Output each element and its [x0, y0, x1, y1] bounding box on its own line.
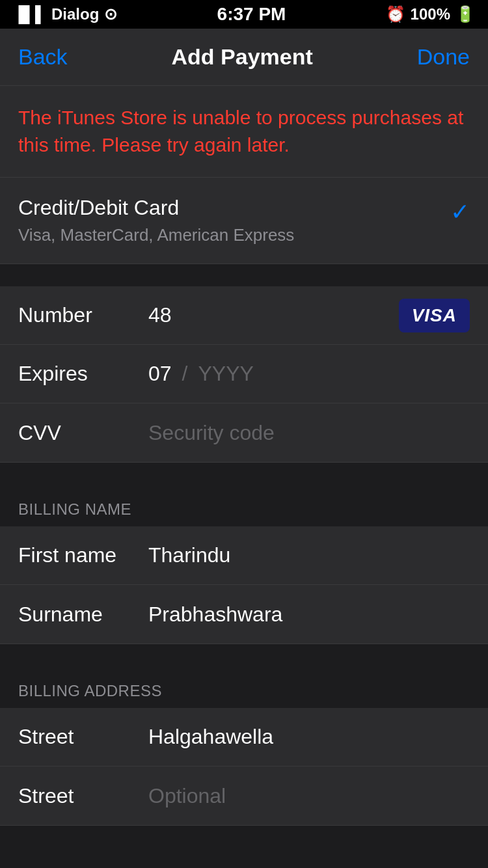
- card-form-section: Number 48 VISA Expires 07 / YYYY CVV Sec…: [0, 286, 488, 463]
- billing-name-section: First name Tharindu Surname Prabhashwara: [0, 526, 488, 644]
- street-row[interactable]: Street Halgahawella: [0, 708, 488, 766]
- done-button[interactable]: Done: [417, 44, 470, 70]
- billing-name-title: BILLING NAME: [18, 500, 131, 518]
- payment-method-subtitle: Visa, MasterCard, American Express: [18, 225, 294, 245]
- street2-label: Street: [18, 784, 148, 808]
- street-value[interactable]: Halgahawella: [148, 725, 470, 749]
- section-divider-2: [0, 463, 488, 485]
- section-divider-3: [0, 644, 488, 666]
- alarm-icon: ⏰: [386, 5, 405, 23]
- payment-method-row[interactable]: Credit/Debit Card Visa, MasterCard, Amer…: [0, 178, 488, 264]
- expires-label: Expires: [18, 362, 148, 386]
- number-value[interactable]: 48: [148, 303, 399, 327]
- expires-year[interactable]: YYYY: [198, 362, 253, 386]
- back-button[interactable]: Back: [18, 44, 68, 70]
- expires-month[interactable]: 07: [148, 362, 172, 386]
- surname-value[interactable]: Prabhashwara: [148, 603, 470, 627]
- nav-bar: Back Add Payment Done: [0, 29, 488, 86]
- first-name-row[interactable]: First name Tharindu: [0, 526, 488, 585]
- payment-method-info: Credit/Debit Card Visa, MasterCard, Amer…: [18, 196, 294, 245]
- street2-input[interactable]: Optional: [148, 784, 470, 808]
- surname-row[interactable]: Surname Prabhashwara: [0, 585, 488, 644]
- cvv-row[interactable]: CVV Security code: [0, 403, 488, 462]
- visa-badge: VISA: [399, 299, 470, 332]
- status-bar: ▐▌▌ Dialog ⊙ 6:37 PM ⏰ 100% 🔋: [0, 0, 488, 29]
- battery-percent: 100%: [411, 5, 450, 23]
- billing-address-title: BILLING ADDRESS: [18, 682, 162, 699]
- cvv-label: CVV: [18, 421, 148, 445]
- cvv-input[interactable]: Security code: [148, 421, 470, 445]
- wifi-icon: ⊙: [104, 5, 117, 23]
- number-label: Number: [18, 303, 148, 327]
- billing-name-header: BILLING NAME: [0, 485, 488, 526]
- surname-label: Surname: [18, 603, 148, 627]
- billing-address-header: BILLING ADDRESS: [0, 666, 488, 708]
- selected-checkmark: ✓: [450, 198, 470, 226]
- signal-icon: ▐▌▌: [13, 5, 46, 23]
- street-label: Street: [18, 725, 148, 749]
- battery-icon: 🔋: [455, 5, 475, 23]
- payment-method-title: Credit/Debit Card: [18, 196, 294, 220]
- status-bar-time: 6:37 PM: [217, 4, 286, 25]
- expires-row[interactable]: Expires 07 / YYYY: [0, 345, 488, 403]
- carrier-label: Dialog: [51, 5, 99, 23]
- first-name-label: First name: [18, 543, 148, 567]
- error-message: The iTunes Store is unable to process pu…: [18, 107, 463, 156]
- street2-row[interactable]: Street Optional: [0, 766, 488, 825]
- status-bar-left: ▐▌▌ Dialog ⊙: [13, 5, 117, 23]
- page-title: Add Payment: [172, 44, 313, 70]
- section-divider-1: [0, 264, 488, 286]
- billing-address-section: Street Halgahawella Street Optional: [0, 708, 488, 826]
- number-row[interactable]: Number 48 VISA: [0, 286, 488, 345]
- expires-slash: /: [182, 362, 188, 386]
- expires-fields: 07 / YYYY: [148, 362, 254, 386]
- status-bar-right: ⏰ 100% 🔋: [386, 5, 475, 23]
- first-name-value[interactable]: Tharindu: [148, 543, 470, 567]
- error-banner: The iTunes Store is unable to process pu…: [0, 86, 488, 178]
